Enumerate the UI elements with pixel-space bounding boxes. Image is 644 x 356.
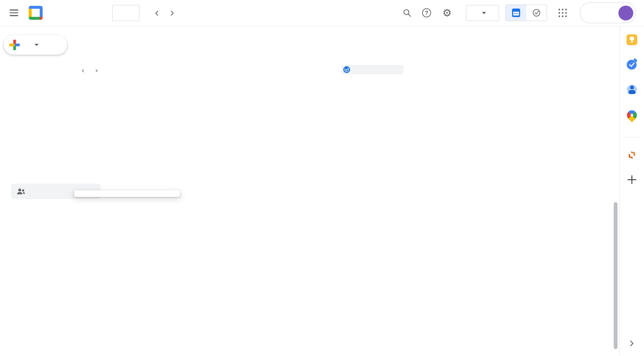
avatar[interactable] bbox=[618, 6, 633, 21]
tasks-view-toggle[interactable] bbox=[526, 5, 546, 21]
previous-week-icon[interactable] bbox=[150, 6, 164, 21]
calendar-logo-icon bbox=[29, 6, 43, 20]
pending-task-chip[interactable] bbox=[342, 65, 404, 74]
view-toggle-group bbox=[505, 5, 547, 21]
calendar-icon bbox=[512, 9, 520, 17]
side-panel-rail bbox=[619, 27, 644, 356]
next-week-icon[interactable] bbox=[165, 6, 179, 21]
create-button[interactable] bbox=[4, 35, 67, 55]
main-menu-icon[interactable] bbox=[7, 6, 21, 20]
today-button[interactable] bbox=[112, 5, 140, 21]
keep-icon[interactable] bbox=[625, 33, 639, 47]
search-icon[interactable] bbox=[400, 6, 414, 20]
mini-calendar-next-icon[interactable]: › bbox=[92, 65, 102, 75]
task-check-icon bbox=[343, 66, 350, 73]
plus-icon bbox=[10, 40, 20, 50]
clipped-hour-label bbox=[111, 71, 131, 76]
google-apps-grid-icon[interactable] bbox=[555, 6, 570, 20]
help-icon[interactable]: ? bbox=[420, 6, 434, 20]
people-icon bbox=[16, 188, 25, 195]
settings-gear-icon[interactable]: ⚙ bbox=[440, 6, 454, 20]
calendar-logo-day bbox=[32, 9, 40, 17]
mini-calendar-prev-icon[interactable]: ‹ bbox=[78, 65, 88, 75]
google-calendar-app: ? ⚙ ‹ › bbox=[0, 0, 644, 356]
chevron-down-icon bbox=[34, 44, 38, 46]
maps-icon[interactable] bbox=[625, 108, 639, 122]
get-add-ons-plus-icon[interactable] bbox=[625, 173, 639, 187]
check-circle-icon bbox=[532, 8, 542, 18]
addon-icon[interactable] bbox=[625, 148, 639, 162]
rail-divider bbox=[625, 137, 638, 137]
show-side-panel-icon[interactable] bbox=[624, 336, 639, 350]
vertical-scrollbar[interactable] bbox=[614, 202, 618, 349]
top-app-bar: ? ⚙ bbox=[0, 0, 644, 27]
calendar-view-toggle[interactable] bbox=[506, 5, 526, 21]
view-selector-dropdown[interactable] bbox=[466, 5, 499, 21]
contacts-icon[interactable] bbox=[625, 82, 639, 97]
chevron-down-icon bbox=[482, 12, 486, 14]
tasks-icon[interactable] bbox=[625, 57, 639, 72]
account-pill[interactable] bbox=[580, 2, 636, 23]
add-calendar-context-menu bbox=[74, 190, 180, 197]
